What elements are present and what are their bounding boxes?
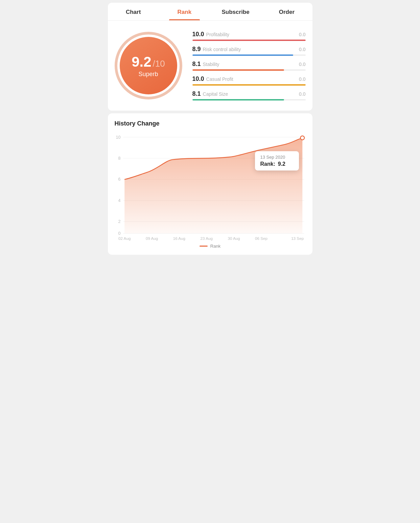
svg-text:06 Sep: 06 Sep [255,236,267,241]
end-dot [300,136,304,140]
metric-row: 10.0 Casual Profit 0.0 [192,75,306,86]
metric-row: 8.1 Stability 0.0 [192,61,306,71]
metric-score: 8.1 [192,61,201,68]
metric-name: Casual Profit [206,76,233,82]
svg-text:8: 8 [118,156,120,161]
metric-name: Capital Size [203,91,228,97]
svg-text:23 Aug: 23 Aug [200,236,212,241]
chart-legend: Rank [111,244,309,251]
circle-outer: 9.2 /10 Superb [115,32,182,99]
svg-text:13 Sep: 13 Sep [291,236,304,241]
tooltip-rank-label: Rank: [260,161,275,167]
svg-text:09 Aug: 09 Aug [145,236,158,241]
metric-bar-bg [192,54,306,56]
metric-right-value: 0.0 [299,32,305,37]
tab-bar: Chart Rank Subscribe Order [108,3,312,21]
svg-text:2: 2 [118,219,120,224]
metric-row: 10.0 Profitability 0.0 [192,31,306,41]
metric-header: 10.0 Profitability 0.0 [192,31,306,38]
legend-label: Rank [210,244,220,249]
metric-bar-bg [192,40,306,41]
history-title: History Change [111,120,309,133]
history-card: History Change 10 8 6 4 2 0 [108,113,312,255]
history-chart: 10 8 6 4 2 0 [115,133,306,238]
metric-bar-bg [192,69,306,71]
metric-score: 10.0 [192,75,204,83]
metric-right-value: 0.0 [299,76,305,82]
tab-chart[interactable]: Chart [108,3,159,20]
metric-bar-fill [192,69,284,71]
metric-bar-fill [192,40,306,41]
metric-bar-fill [192,84,306,86]
metric-name: Stability [203,62,219,67]
chart-container: 10 8 6 4 2 0 [111,133,309,240]
metric-header: 8.9 Risk control ability 0.0 [192,46,306,53]
circle-inner: 9.2 /10 Superb [120,37,177,94]
tab-subscribe[interactable]: Subscribe [210,3,261,20]
metric-row: 8.9 Risk control ability 0.0 [192,46,306,56]
metric-left: 8.1 Capital Size [192,90,228,97]
metric-left: 10.0 Casual Profit [192,75,233,83]
metric-bar-bg [192,99,306,100]
score-denom: /10 [153,59,165,69]
metric-right-value: 0.0 [299,91,305,97]
metric-header: 8.1 Capital Size 0.0 [192,90,306,97]
tab-rank[interactable]: Rank [159,3,210,20]
metric-bar-bg [192,84,306,86]
metric-left: 8.1 Stability [192,61,219,68]
metric-score: 8.1 [192,90,201,97]
rank-panel: 9.2 /10 Superb 10.0 Profitability 0.0 [108,21,312,111]
svg-text:02 Aug: 02 Aug [118,236,131,241]
svg-text:4: 4 [118,198,120,203]
score-label: Superb [138,71,158,78]
metric-bar-fill [192,99,284,100]
legend-line-icon [200,246,208,247]
tab-order[interactable]: Order [261,3,312,20]
score-value: 9.2 [132,54,151,70]
metric-left: 10.0 Profitability [192,31,230,38]
svg-text:6: 6 [118,177,120,182]
tooltip-box: 13 Sep 2020 Rank: 9.2 [255,151,299,170]
svg-text:0: 0 [118,231,120,236]
metric-score: 10.0 [192,31,204,38]
svg-text:30 Aug: 30 Aug [228,236,240,241]
svg-text:10: 10 [116,135,120,140]
metric-right-value: 0.0 [299,62,305,67]
metric-header: 8.1 Stability 0.0 [192,61,306,68]
tooltip-rank: Rank: 9.2 [260,161,294,167]
tooltip-rank-value: 9.2 [278,161,285,167]
score-main: 9.2 /10 [132,54,165,70]
metric-right-value: 0.0 [299,47,305,52]
metric-name: Risk control ability [203,47,241,52]
metric-left: 8.9 Risk control ability [192,46,241,53]
metric-bar-fill [192,54,293,56]
metric-header: 10.0 Casual Profit 0.0 [192,75,306,83]
svg-text:16 Aug: 16 Aug [173,236,185,241]
metrics-list: 10.0 Profitability 0.0 8.9 Risk control … [192,31,306,100]
tooltip-date: 13 Sep 2020 [260,155,294,160]
metric-score: 8.9 [192,46,201,53]
metric-row: 8.1 Capital Size 0.0 [192,90,306,100]
score-circle: 9.2 /10 Superb [111,32,186,99]
metric-name: Profitability [206,32,229,37]
